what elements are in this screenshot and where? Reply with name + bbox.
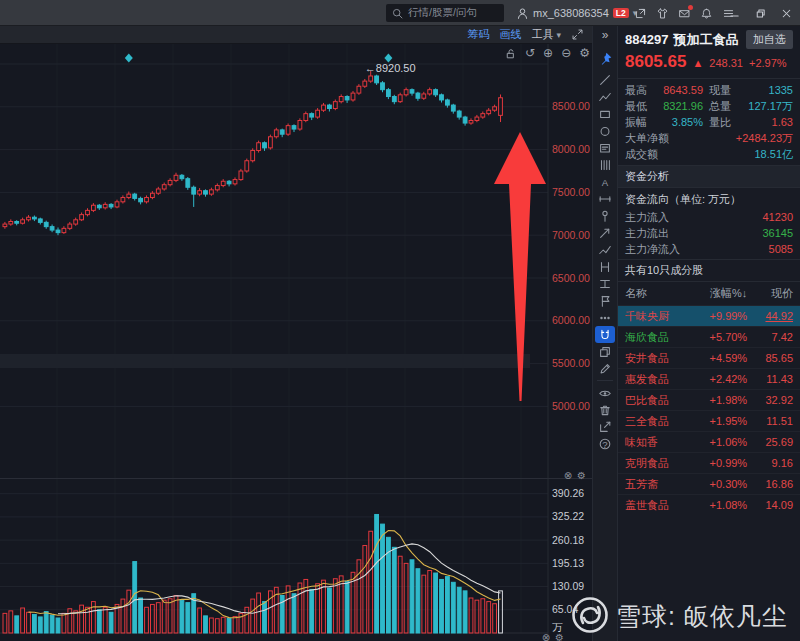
pane-settings-icon[interactable]: ⚙: [577, 470, 586, 481]
zoom-out-icon[interactable]: ⊖: [561, 46, 571, 60]
eye-icon[interactable]: [595, 384, 615, 401]
titlebar: 行情/股票/问句 mx_638086354 L2 ▾: [0, 0, 800, 26]
pane-settings-icon[interactable]: ⚙: [555, 632, 564, 641]
collapse-panel-icon[interactable]: »: [602, 28, 609, 44]
table-row[interactable]: 海欣食品+5.70%7.42: [618, 327, 800, 348]
help-icon[interactable]: ?: [595, 435, 615, 452]
l2-badge: L2: [613, 8, 629, 19]
pin-icon[interactable]: [595, 50, 615, 67]
svg-text:5000.00: 5000.00: [552, 400, 590, 412]
tab-fund-analysis[interactable]: 资金分析: [618, 165, 800, 188]
svg-text:8500.00: 8500.00: [552, 100, 590, 112]
restore-icon[interactable]: [754, 7, 767, 20]
table-row[interactable]: 三全食品+1.95%11.51: [618, 411, 800, 432]
bell-icon[interactable]: [700, 7, 713, 20]
xueqiu-watermark: 雪球: 皈依凡尘: [571, 596, 788, 636]
undo-icon[interactable]: ↺: [525, 46, 535, 60]
flag-icon[interactable]: [595, 292, 615, 309]
col-price[interactable]: 现价: [754, 282, 800, 306]
candlestick-chart[interactable]: 8500.008000.007500.007000.006500.006000.…: [0, 44, 592, 478]
sort-desc-icon: ↓: [742, 287, 748, 299]
export-icon[interactable]: [595, 418, 615, 435]
stat-label: 最低: [625, 100, 647, 113]
chart-zoom-controls: ↺ ⊕ ⊖ ⚙: [504, 46, 590, 60]
chart-region: 筹码 画线 工具 ▾ ↺ ⊕ ⊖ ⚙ 8500.008000.007500.00…: [0, 26, 592, 641]
zigzag-icon[interactable]: [595, 241, 615, 258]
layers-icon[interactable]: [595, 343, 615, 360]
date-range-icon[interactable]: [595, 258, 615, 275]
volume-chart[interactable]: 390.26325.22260.18195.13130.0965.04万: [0, 478, 592, 641]
table-row[interactable]: 味知香+1.06%25.69: [618, 432, 800, 453]
table-row[interactable]: 巴比食品+1.98%32.92: [618, 390, 800, 411]
arrow-trend-icon[interactable]: [595, 224, 615, 241]
close-icon[interactable]: [780, 7, 793, 20]
zoom-in-icon[interactable]: ⊕: [543, 46, 553, 60]
stat-value: 1.63: [772, 116, 793, 129]
svg-text:A: A: [602, 176, 609, 187]
fund-row: 主力流入41230: [618, 209, 800, 225]
svg-text:195.13: 195.13: [552, 557, 584, 569]
stock-info-panel: 884297 预加工食品 加自选 8605.65 ▲ 248.31 +2.97%…: [618, 26, 800, 641]
svg-text:←8920.50: ←8920.50: [365, 62, 416, 74]
search-input[interactable]: 行情/股票/问句: [386, 4, 504, 22]
add-watchlist-button[interactable]: 加自选: [746, 30, 793, 49]
stat-value: 1335: [769, 84, 793, 97]
col-change[interactable]: 涨幅%↓: [695, 282, 754, 306]
close-pane-icon[interactable]: ⊗: [564, 470, 572, 481]
theme-icon[interactable]: [656, 7, 669, 20]
col-name[interactable]: 名称: [618, 282, 695, 306]
table-header-row: 名称 涨幅%↓ 现价: [618, 282, 800, 306]
minimize-icon[interactable]: [728, 7, 741, 20]
measure-icon[interactable]: [595, 190, 615, 207]
edit-icon[interactable]: [595, 360, 615, 377]
table-row[interactable]: 五芳斋+0.30%16.86: [618, 474, 800, 495]
stat-row: 振幅3.85%量比1.63: [618, 114, 800, 130]
mail-icon[interactable]: [678, 7, 691, 20]
component-count: 共有10只成分股: [618, 259, 800, 282]
fund-row: 主力净流入5085: [618, 241, 800, 257]
last-price: 8605.65: [625, 52, 686, 72]
notes-icon[interactable]: [595, 139, 615, 156]
svg-text:6500.00: 6500.00: [552, 272, 590, 284]
xueqiu-logo-icon: [571, 596, 609, 636]
stat-row: 大单净额+2484.23万: [618, 130, 800, 146]
polyline-icon[interactable]: [595, 88, 615, 105]
ellipse-icon[interactable]: [595, 122, 615, 139]
chips-link[interactable]: 筹码: [467, 27, 489, 42]
stat-value: 3.85%: [672, 116, 709, 129]
table-row[interactable]: 千味央厨+9.99%44.92: [618, 306, 800, 327]
table-row[interactable]: 盖世食品+1.08%14.09: [618, 495, 800, 516]
search-placeholder: 行情/股票/问句: [408, 6, 477, 20]
svg-text:390.26: 390.26: [552, 487, 584, 499]
more-icon[interactable]: [595, 309, 615, 326]
tools-menu[interactable]: 工具 ▾: [531, 27, 561, 42]
watermark-text: 雪球: 皈依凡尘: [616, 600, 788, 633]
magnet-icon[interactable]: [595, 326, 615, 343]
table-row[interactable]: 克明食品+0.99%9.16: [618, 453, 800, 474]
up-arrow-icon: ▲: [692, 57, 703, 69]
avatar-icon: [516, 7, 529, 20]
settings-icon[interactable]: ⚙: [579, 46, 590, 60]
draw-link[interactable]: 画线: [499, 27, 521, 42]
stat-value: 8321.96: [663, 100, 709, 113]
fullscreen-icon[interactable]: [571, 28, 584, 41]
vertical-bars-icon[interactable]: [595, 156, 615, 173]
popout-icon[interactable]: [634, 7, 647, 20]
trash-icon[interactable]: [595, 401, 615, 418]
table-row[interactable]: 安井食品+4.59%85.65: [618, 348, 800, 369]
user-menu[interactable]: mx_638086354 L2 ▾: [516, 0, 637, 26]
price-range-icon[interactable]: [595, 275, 615, 292]
price-change: 248.31: [709, 57, 743, 69]
stat-row: 最低8321.96总量127.17万: [618, 98, 800, 114]
lock-open-icon[interactable]: [504, 47, 517, 60]
search-icon: [391, 7, 404, 20]
app-window: 行情/股票/问句 mx_638086354 L2 ▾ 筹码 画线 工具 ▾ ↺ …: [0, 0, 800, 641]
svg-text:325.22: 325.22: [552, 510, 584, 522]
trend-line-icon[interactable]: [595, 71, 615, 88]
pin-marker-icon[interactable]: [595, 207, 615, 224]
text-icon[interactable]: A: [595, 173, 615, 190]
chart-toolbar: 筹码 画线 工具 ▾: [0, 26, 592, 44]
rectangle-icon[interactable]: [595, 105, 615, 122]
close-pane-icon[interactable]: ⊗: [542, 632, 550, 641]
table-row[interactable]: 惠发食品+2.42%11.43: [618, 369, 800, 390]
